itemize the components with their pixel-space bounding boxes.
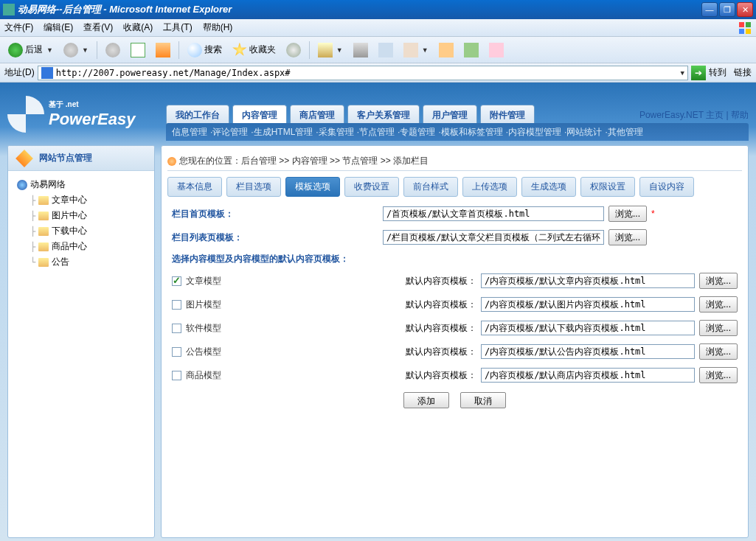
browse-list-tmpl[interactable]: 浏览... — [608, 229, 647, 245]
model-tmpl-input[interactable] — [481, 273, 695, 288]
sidebar-title: 网站节点管理 — [39, 152, 92, 164]
sidebar: 网站节点管理 动易网络 ├文章中心 ├图片中心 ├下载中心 ├商品中心 └公告 — [7, 145, 155, 538]
separator — [309, 41, 310, 59]
link-home[interactable]: PowerEasy.NET 主页 — [639, 110, 724, 120]
form: 栏目首页模板： 浏览... * 栏目列表页模板： 浏览... 选择内容模型及内容… — [167, 206, 742, 408]
model-checkbox[interactable] — [172, 300, 181, 310]
back-button[interactable]: 后退▼ — [4, 41, 57, 60]
model-checkbox[interactable] — [172, 276, 181, 286]
tree-item-article[interactable]: ├文章中心 — [27, 192, 148, 208]
subnav-other[interactable]: 其他管理 — [608, 126, 643, 139]
browse-model-tmpl[interactable]: 浏览... — [699, 367, 738, 383]
go-label[interactable]: 转到 — [709, 66, 726, 79]
minimize-button[interactable]: — — [701, 2, 718, 17]
maximize-button[interactable]: ❐ — [719, 2, 735, 17]
tree-root[interactable]: 动易网络 — [14, 177, 148, 192]
model-checkbox[interactable] — [172, 371, 181, 380]
browse-home-tmpl[interactable]: 浏览... — [608, 206, 647, 222]
browse-model-tmpl[interactable]: 浏览... — [699, 273, 738, 289]
tab-crm[interactable]: 客户关系管理 — [347, 105, 420, 125]
subtab-basic[interactable]: 基本信息 — [167, 177, 222, 197]
tab-shop-mgmt[interactable]: 商店管理 — [290, 105, 344, 125]
model-tmpl-input[interactable] — [481, 344, 695, 359]
print-button[interactable] — [350, 41, 372, 60]
model-row: 图片模型默认内容页模板：浏览... — [172, 296, 738, 313]
cancel-button[interactable]: 取消 — [460, 392, 506, 408]
tab-content-mgmt[interactable]: 内容管理 — [232, 105, 287, 125]
chevron-down-icon[interactable]: ▼ — [681, 69, 684, 77]
link-help[interactable]: 帮助 — [731, 110, 749, 120]
subtab-fee[interactable]: 收费设置 — [344, 177, 399, 197]
add-button[interactable]: 添加 — [403, 392, 449, 408]
go-button[interactable]: ➔ — [691, 66, 706, 80]
crumb-1[interactable]: 后台管理 — [241, 156, 277, 166]
model-tmpl-input[interactable] — [481, 321, 695, 335]
subnav-comment[interactable]: 评论管理 — [212, 126, 248, 139]
page-area: 基于 .net PowerEasy 我的工作台 内容管理 商店管理 客户关系管理… — [0, 83, 756, 541]
model-tmpl-input[interactable] — [481, 368, 695, 383]
tab-workbench[interactable]: 我的工作台 — [166, 105, 229, 125]
subnav-node[interactable]: 节点管理 — [359, 126, 395, 139]
tree-item-product[interactable]: ├商品中心 — [27, 239, 148, 254]
mid-label: 默认内容页模板： — [403, 369, 476, 382]
subnav-stats[interactable]: 网站统计 — [566, 126, 602, 139]
chevron-down-icon: ▼ — [82, 46, 89, 54]
top-tabs: 我的工作台 内容管理 商店管理 客户关系管理 用户管理 附件管理 PowerEa… — [166, 105, 749, 125]
crumb-2[interactable]: 内容管理 — [292, 156, 327, 166]
menu-view[interactable]: 查看(V) — [83, 21, 113, 34]
menu-tools[interactable]: 工具(T) — [163, 21, 192, 34]
tree-item-announce[interactable]: └公告 — [27, 254, 148, 270]
tb-extra-1[interactable] — [375, 41, 397, 60]
favorites-button[interactable]: 收藏夹 — [229, 41, 280, 60]
search-button[interactable]: 搜索 — [184, 41, 226, 60]
subnav-topic[interactable]: 专题管理 — [400, 126, 435, 139]
folder-icon — [38, 212, 49, 220]
subtab-front-style[interactable]: 前台样式 — [403, 177, 458, 197]
crumb-3[interactable]: 节点管理 — [342, 156, 378, 166]
subtab-custom[interactable]: 自设内容 — [639, 177, 694, 197]
mid-label: 默认内容页模板： — [403, 299, 476, 311]
subtab-perm[interactable]: 权限设置 — [580, 177, 635, 197]
model-checkbox[interactable] — [172, 324, 181, 333]
tab-user-mgmt[interactable]: 用户管理 — [423, 105, 477, 125]
browse-model-tmpl[interactable]: 浏览... — [699, 320, 738, 336]
browse-model-tmpl[interactable]: 浏览... — [699, 343, 738, 360]
tab-attachment-mgmt[interactable]: 附件管理 — [480, 105, 535, 125]
subnav-genhtml[interactable]: 生成HTML管理 — [254, 126, 313, 139]
tree-item-download[interactable]: ├下载中心 — [27, 223, 148, 239]
mid-label: 默认内容页模板： — [403, 346, 476, 358]
home-button[interactable] — [152, 41, 174, 60]
menu-help[interactable]: 帮助(H) — [203, 21, 233, 34]
refresh-button[interactable] — [127, 41, 149, 60]
subnav-info[interactable]: 信息管理 — [172, 126, 207, 139]
globe-icon — [17, 180, 27, 190]
tb-extra-3[interactable] — [435, 41, 457, 60]
subnav-collect[interactable]: 采集管理 — [319, 126, 354, 139]
menu-fav[interactable]: 收藏(A) — [123, 21, 153, 34]
forward-button[interactable]: ▼ — [60, 41, 92, 60]
address-input[interactable]: http://2007.powereasy.net/Manage/Index.a… — [38, 66, 688, 80]
subtab-template-opts[interactable]: 模板选项 — [285, 177, 340, 197]
input-home-tmpl[interactable] — [383, 206, 604, 221]
tb-extra-4[interactable] — [460, 41, 482, 60]
logo-text: PowerEasy — [49, 110, 135, 129]
model-tmpl-input[interactable] — [481, 297, 695, 312]
subnav-template[interactable]: 模板和标签管理 — [441, 126, 503, 139]
subnav-model[interactable]: 内容模型管理 — [508, 126, 561, 139]
subtab-gen[interactable]: 生成选项 — [521, 177, 576, 197]
tb-extra-5[interactable] — [485, 41, 507, 60]
model-checkbox[interactable] — [172, 347, 181, 357]
stop-button[interactable] — [102, 41, 124, 60]
input-list-tmpl[interactable] — [383, 230, 604, 245]
menu-file[interactable]: 文件(F) — [4, 21, 33, 34]
close-button[interactable]: ✕ — [737, 2, 753, 17]
menu-edit[interactable]: 编辑(E) — [44, 21, 73, 34]
history-button[interactable] — [282, 41, 305, 60]
browse-model-tmpl[interactable]: 浏览... — [699, 296, 738, 313]
mail-button[interactable]: ▼ — [314, 41, 347, 60]
tb-extra-2[interactable]: ▼ — [400, 41, 432, 60]
subtab-column-opts[interactable]: 栏目选项 — [226, 177, 281, 197]
links-label[interactable]: 链接 — [734, 66, 752, 79]
subtab-upload[interactable]: 上传选项 — [462, 177, 517, 197]
tree-item-image[interactable]: ├图片中心 — [27, 208, 148, 223]
